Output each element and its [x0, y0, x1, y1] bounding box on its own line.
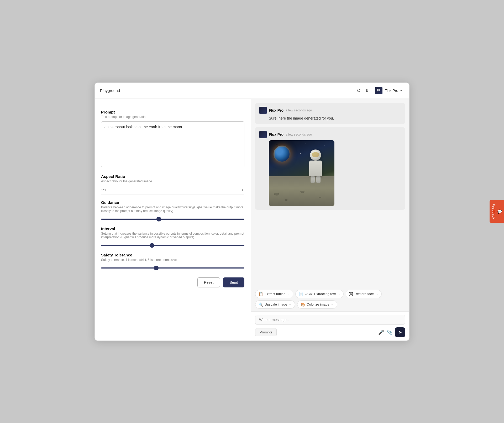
restore-face-button[interactable]: 🖼 Restore face → — [346, 290, 382, 298]
interval-label: Interval — [101, 226, 244, 231]
upscale-image-arrow-icon: → — [289, 303, 292, 306]
prompt-description: Text prompt for image generation — [101, 115, 244, 119]
send-button[interactable]: Send — [223, 277, 244, 287]
colorize-image-label: Colorize image — [307, 302, 329, 306]
guidance-slider-container — [101, 216, 244, 221]
colorize-image-icon: 🎨 — [301, 302, 305, 307]
upscale-image-button[interactable]: 🔍 Upscale image → — [255, 300, 295, 309]
model-avatar-inner: FP — [375, 87, 382, 94]
safety-tolerance-slider[interactable] — [101, 267, 244, 269]
chat-sender-2: Flux Pro — [269, 132, 284, 137]
microphone-icon[interactable]: 🎤 — [378, 329, 384, 335]
crater-3 — [300, 191, 304, 193]
guidance-description: Balance between adherence to prompt and … — [101, 205, 244, 213]
guidance-label: Guidance — [101, 200, 244, 205]
star-3 — [306, 143, 306, 143]
model-avatar: FP — [375, 87, 382, 94]
ocr-label: OCR: Extracting text — [305, 292, 336, 296]
action-buttons: 📋 Extract tables → 📄 OCR: Extracting tex… — [251, 287, 409, 311]
aspect-ratio-section: Aspect Ratio Aspect ratio for the genera… — [101, 174, 244, 194]
model-selector[interactable]: FP Flux Pro ▾ — [373, 86, 404, 95]
guidance-slider[interactable] — [101, 219, 244, 220]
attachment-icon[interactable]: 📎 — [387, 329, 392, 335]
prompt-label: Prompt — [101, 110, 244, 114]
chat-bubble-1: Flux Pro a few seconds ago Sure, here th… — [255, 103, 405, 124]
chat-actions: 🎤 📎 ➤ — [378, 327, 405, 337]
aspect-ratio-description: Aspect ratio for the generated image — [101, 179, 244, 183]
feedback-label: Feedback — [492, 204, 495, 219]
chevron-down-icon: ▾ — [400, 89, 402, 92]
colorize-image-arrow-icon: → — [331, 303, 334, 306]
reset-button[interactable]: Reset — [197, 277, 220, 287]
chat-messages: Flux Pro a few seconds ago Sure, here th… — [251, 99, 409, 287]
chat-avatar-2 — [259, 131, 267, 138]
left-panel: Prompt Text prompt for image generation … — [95, 99, 251, 341]
astronaut-legs — [306, 176, 325, 183]
aspect-ratio-select[interactable]: 1:1 16:9 9:16 4:3 3:4 — [101, 186, 244, 194]
earth-glow — [275, 147, 290, 162]
extract-tables-arrow-icon: → — [287, 292, 290, 296]
astronaut-visor — [312, 152, 319, 157]
star-2 — [290, 147, 290, 147]
aspect-ratio-label: Aspect Ratio — [101, 174, 244, 179]
model-name-label: Flux Pro — [385, 89, 398, 93]
main-content: Prompt Text prompt for image generation … — [95, 99, 409, 341]
title-bar-actions: ↺ ⬇ FP Flux Pro ▾ — [357, 86, 404, 95]
extract-tables-label: Extract tables — [265, 292, 285, 296]
star-6 — [324, 145, 324, 146]
app-window: Playground ↺ ⬇ FP Flux Pro ▾ Prompt Text… — [94, 82, 410, 341]
chat-send-icon: ➤ — [398, 330, 402, 335]
interval-section: Interval Setting that increases the vari… — [101, 226, 244, 247]
interval-slider-container — [101, 242, 244, 247]
guidance-section: Guidance Balance between adherence to pr… — [101, 200, 244, 221]
extract-tables-icon: 📋 — [259, 292, 263, 296]
safety-tolerance-section: Safety Tolerance Safety tolerance. 1 is … — [101, 253, 244, 270]
right-panel: Flux Pro a few seconds ago Sure, here th… — [251, 99, 409, 341]
chat-time-1: a few seconds ago — [286, 109, 312, 112]
chat-bubble-header-1: Flux Pro a few seconds ago — [259, 107, 401, 114]
astronaut-leg-left — [311, 176, 315, 183]
ocr-button[interactable]: 📄 OCR: Extracting text → — [295, 290, 344, 298]
app-title: Playground — [100, 88, 120, 93]
astronaut-body — [309, 161, 322, 176]
star-1 — [277, 144, 277, 145]
restore-face-arrow-icon: → — [375, 292, 378, 296]
moon-surface — [269, 176, 334, 206]
astronaut-leg-right — [316, 176, 321, 183]
chat-send-button[interactable]: ➤ — [395, 327, 405, 337]
feedback-tab[interactable]: 💬 Feedback — [490, 200, 504, 223]
download-icon[interactable]: ⬇ — [365, 88, 369, 94]
ocr-arrow-icon: → — [337, 292, 340, 296]
chat-avatar-1 — [259, 107, 267, 114]
safety-tolerance-label: Safety Tolerance — [101, 253, 244, 257]
extract-tables-button[interactable]: 📋 Extract tables → — [255, 290, 293, 298]
generated-image — [269, 140, 334, 206]
bottom-buttons: Reset Send — [101, 277, 244, 290]
interval-slider[interactable] — [101, 245, 244, 246]
safety-tolerance-slider-container — [101, 265, 244, 270]
prompt-section: Prompt Text prompt for image generation … — [101, 110, 244, 168]
feedback-chat-icon: 💬 — [497, 209, 502, 214]
prompts-button[interactable]: Prompts — [255, 328, 277, 336]
chat-input[interactable] — [255, 315, 405, 325]
crater-1 — [274, 193, 279, 195]
restore-face-icon: 🖼 — [349, 292, 353, 296]
refresh-icon[interactable]: ↺ — [357, 88, 361, 94]
prompt-textarea[interactable]: an astronaut looking at the earth from t… — [101, 121, 244, 167]
interval-description: Setting that increases the variance in p… — [101, 232, 244, 239]
chat-input-area: Prompts 🎤 📎 ➤ — [251, 311, 409, 341]
crater-4 — [319, 197, 321, 198]
restore-face-label: Restore face — [354, 292, 374, 296]
safety-tolerance-description: Safety tolerance. 1 is more strict, 5 is… — [101, 258, 244, 262]
upscale-image-label: Upscale image — [265, 302, 287, 306]
astronaut — [306, 149, 325, 181]
star-5 — [300, 153, 301, 154]
crater-2 — [285, 199, 288, 201]
upscale-image-icon: 🔍 — [259, 302, 263, 307]
aspect-select-wrapper: 1:1 16:9 9:16 4:3 3:4 ▾ — [101, 186, 244, 194]
ocr-icon: 📄 — [299, 292, 303, 296]
title-bar: Playground ↺ ⬇ FP Flux Pro ▾ — [95, 83, 409, 99]
chat-text-1: Sure, here the image generated for you. — [259, 116, 401, 120]
chat-time-2: a few seconds ago — [286, 133, 312, 136]
colorize-image-button[interactable]: 🎨 Colorize image → — [297, 300, 337, 309]
